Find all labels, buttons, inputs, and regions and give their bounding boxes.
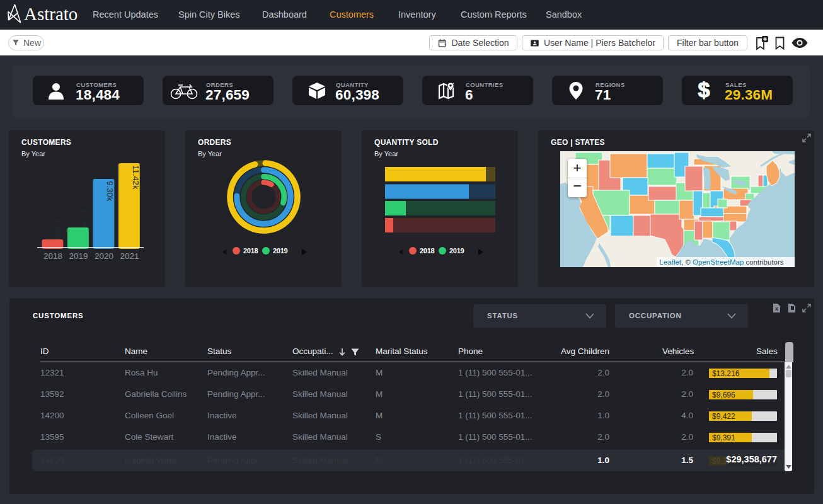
svg-text:11.42k: 11.42k <box>131 166 141 190</box>
svg-text:$: $ <box>698 80 710 101</box>
svg-text:3.55k: 3.55k <box>80 208 89 228</box>
svg-text:2021: 2021 <box>120 251 139 261</box>
svg-text:9.30k: 9.30k <box>105 181 115 202</box>
svg-text:Leaflet, © OpenStreetMap contr: Leaflet, © OpenStreetMap contributors <box>660 258 784 266</box>
svg-text:2018: 2018 <box>43 251 62 261</box>
svg-text:2019: 2019 <box>69 251 88 261</box>
svg-text:x: x <box>775 306 778 312</box>
svg-text:2020: 2020 <box>95 251 113 261</box>
svg-text:1.56k: 1.56k <box>54 219 64 239</box>
